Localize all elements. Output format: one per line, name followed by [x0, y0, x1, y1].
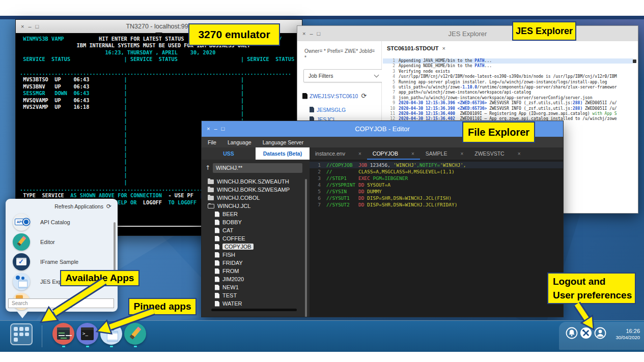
- panel-tab-uss[interactable]: USS: [202, 147, 256, 160]
- maximize-icon[interactable]: □: [36, 24, 39, 29]
- minimize-icon[interactable]: –: [28, 24, 31, 29]
- app-menu-items: API CatalogEditorIFrame SampleJES Explor…: [6, 212, 118, 311]
- editor-tab[interactable]: COPYJOB×: [367, 147, 420, 160]
- menu-language-server[interactable]: Language Server: [263, 139, 304, 145]
- annotation-logout-line2: User preferences: [553, 288, 632, 302]
- editor-tab[interactable]: ZWESVSTC×: [469, 147, 526, 160]
- jes-titlebar[interactable]: × – □ JES Explorer: [297, 26, 638, 42]
- jes-owner-filter-text: Owner= * Prefix= ZWE* JobId=*: [304, 48, 381, 61]
- editor-app-icon: [13, 233, 30, 251]
- editor-tab-label: instance.env: [315, 150, 345, 157]
- job-filters-dropdown[interactable]: Job Filters: [303, 69, 383, 82]
- tab-close-icon[interactable]: ×: [411, 151, 414, 157]
- app-menu-item[interactable]: API Catalog: [6, 212, 118, 232]
- tree-item[interactable]: WATER: [202, 299, 310, 308]
- up-arrow-icon[interactable]: ↑: [205, 164, 210, 171]
- refresh-applications-button[interactable]: Refresh Applications ⟳: [54, 203, 111, 210]
- tree-item-label: CAT: [222, 227, 233, 233]
- tree-item-label: WINCHJ.JCL: [217, 203, 250, 209]
- scrollbar-thumb[interactable]: [633, 59, 636, 63]
- tree-item[interactable]: BEER: [202, 210, 310, 218]
- spool-output-tab[interactable]: STC06101-STDOUT ×: [387, 45, 445, 51]
- tab-close-icon[interactable]: ×: [518, 151, 521, 157]
- job-name-link[interactable]: ZWEJ1SV:STC0610: [310, 93, 358, 99]
- horizontal-scrollbar[interactable]: [211, 309, 297, 311]
- maximize-icon[interactable]: □: [317, 31, 321, 37]
- job-icon: [302, 93, 307, 99]
- tree-item-label: JIM2020: [222, 276, 244, 282]
- job-tree-node[interactable]: ZWEJ1SV:STC0610 ⟳: [302, 92, 379, 100]
- log-line: 5Running app-server plugin installer. Lo…: [383, 80, 633, 85]
- tab-close-icon[interactable]: ×: [358, 151, 361, 157]
- log-line: 2Appending NODE_HOME/bin to the PATH...: [383, 64, 633, 69]
- close-icon[interactable]: ×: [442, 45, 445, 51]
- refresh-icon[interactable]: ⟳: [361, 92, 367, 100]
- settings-tools-icon[interactable]: [580, 327, 592, 339]
- maximize-icon[interactable]: □: [221, 126, 225, 132]
- log-line: 6utils_path=/u/winchj/zowe-1.10.0/runtim…: [383, 85, 633, 90]
- dataset-search-input[interactable]: WINCHJ.**: [213, 163, 302, 173]
- tree-item[interactable]: COPYJOB: [202, 243, 310, 251]
- pinned-app-editor-icon[interactable]: [124, 323, 146, 345]
- tree-item[interactable]: WINCHJ.COBOL: [202, 194, 310, 202]
- panel-tab-datasets-beta-[interactable]: Datasets (Beta): [256, 147, 310, 160]
- tree-item[interactable]: FROM: [202, 267, 310, 275]
- app-menu-item-label: Editor: [40, 239, 55, 245]
- tree-item[interactable]: WINCHJ.BORK.SZWEAUTH: [202, 177, 310, 186]
- app-launcher-button[interactable]: [10, 323, 33, 345]
- chevron-down-icon[interactable]: [155, 33, 162, 36]
- editor-tab[interactable]: SAMPLE×: [420, 147, 469, 160]
- clock-time: 16:26: [615, 327, 640, 335]
- close-icon[interactable]: ×: [207, 126, 210, 132]
- menu-file[interactable]: File: [208, 139, 216, 145]
- annotation-logout-preferences: Logout and User preferences: [547, 273, 636, 304]
- tree-item[interactable]: TEST: [202, 291, 310, 299]
- tree-item[interactable]: NEW1: [202, 283, 310, 291]
- minimize-icon[interactable]: –: [310, 31, 313, 37]
- pinned-app-jes-explorer-icon[interactable]: [100, 323, 122, 345]
- tree-item-label: NEW1: [222, 284, 239, 290]
- minimize-icon[interactable]: –: [214, 126, 217, 132]
- spool-file-icon: [310, 107, 314, 112]
- editor-window: × – □ COPYJOB - Editor FileLanguageLangu…: [201, 120, 564, 317]
- log-line: 102020-04-30 12:15:36.398 <ZWED:65736> Z…: [383, 106, 633, 111]
- terminal-line: MVS3BTSO UP 06:43 | |: [20, 76, 298, 83]
- spool-file-item[interactable]: JESMSGLG: [310, 106, 379, 113]
- tree-item[interactable]: BOBBY: [202, 218, 310, 226]
- editor-tab[interactable]: instance.env×: [310, 147, 367, 160]
- terminal-line: SERVICE STATUS | SERVICE STATUS | SERVIC…: [20, 56, 298, 63]
- tree-item[interactable]: FRIDAY: [202, 259, 310, 267]
- tree-item[interactable]: JIM2020: [202, 275, 310, 283]
- tree-item[interactable]: FISH: [202, 251, 310, 259]
- close-icon[interactable]: ×: [21, 24, 24, 29]
- close-icon[interactable]: ×: [302, 31, 305, 37]
- tab-close-icon[interactable]: ×: [460, 151, 463, 157]
- pinned-app-3270-terminal-icon[interactable]: [52, 323, 74, 345]
- code-line: 7//SYSUT2 DD DISP=SHR,DSN=WINCHJ.JCL(FRI…: [310, 201, 563, 208]
- menu-language[interactable]: Language: [228, 139, 251, 145]
- tree-item[interactable]: WINCHJ.BORK.SZWESAMP: [202, 186, 310, 194]
- desktop-top-band: [0, 16, 644, 19]
- editor-tab-label: COPYJOB: [373, 150, 398, 157]
- folder-icon: [208, 196, 214, 200]
- tree-item[interactable]: WINCHJ.JCL: [202, 202, 310, 210]
- system-tray: 16:26 30/04/2020: [559, 322, 644, 350]
- menu-scrollbar[interactable]: [114, 222, 116, 277]
- spool-tab-label: STC06101-STDOUT: [387, 45, 438, 51]
- notifications-bell-icon[interactable]: [566, 327, 578, 339]
- app-menu-item[interactable]: IFrame Sample: [6, 252, 118, 272]
- tree-item[interactable]: COFFEE: [202, 234, 310, 243]
- pinned-app-vt-terminal-icon[interactable]: [76, 323, 98, 345]
- clock-date: 30/04/2020: [615, 335, 640, 341]
- file-icon: [215, 260, 219, 266]
- job-filters-label: Job Filters: [309, 73, 333, 79]
- app-menu-item[interactable]: Editor: [6, 232, 118, 252]
- window-controls: × – □: [207, 126, 225, 132]
- tree-item-label: COPYJOB: [222, 244, 254, 250]
- vertical-scrollbar[interactable]: [305, 179, 307, 317]
- tree-item[interactable]: CAT: [202, 226, 310, 234]
- terminal-line: MVSQVAMP UP 06:43 | |: [20, 97, 298, 104]
- code-editor[interactable]: 1//COPYJOB JOB 123456, 'WINCHJ',NOTIFY='…: [310, 160, 563, 317]
- user-account-icon[interactable]: [594, 327, 606, 339]
- app-search-input[interactable]: Search: [8, 298, 114, 308]
